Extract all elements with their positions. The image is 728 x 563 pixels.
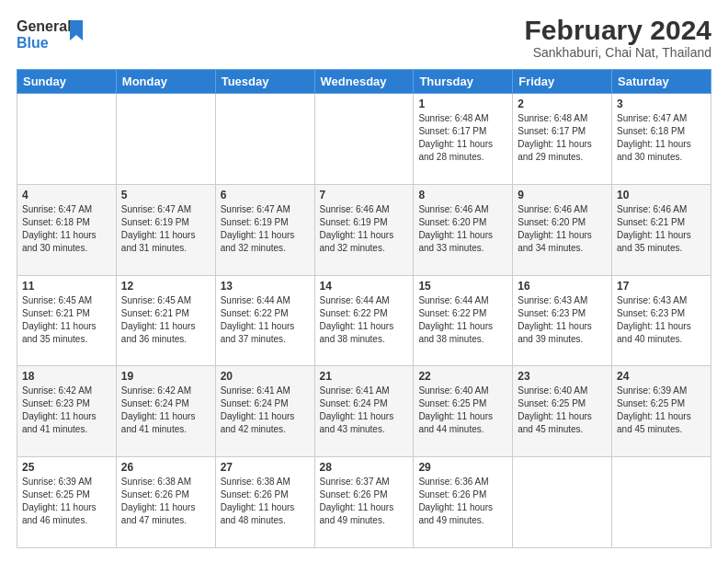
svg-marker-2 bbox=[70, 20, 83, 40]
day-info: Sunrise: 6:48 AM Sunset: 6:17 PM Dayligh… bbox=[418, 112, 507, 164]
logo-svg: General Blue bbox=[17, 15, 90, 55]
table-row: 27Sunrise: 6:38 AM Sunset: 6:26 PM Dayli… bbox=[215, 457, 314, 548]
table-row: 16Sunrise: 6:43 AM Sunset: 6:23 PM Dayli… bbox=[513, 275, 612, 366]
table-row: 29Sunrise: 6:36 AM Sunset: 6:26 PM Dayli… bbox=[414, 457, 513, 548]
table-row: 11Sunrise: 6:45 AM Sunset: 6:21 PM Dayli… bbox=[17, 275, 117, 366]
day-number: 11 bbox=[22, 280, 111, 293]
day-number: 25 bbox=[22, 461, 111, 474]
table-row bbox=[513, 457, 612, 548]
table-row: 18Sunrise: 6:42 AM Sunset: 6:23 PM Dayli… bbox=[17, 366, 117, 457]
table-row: 26Sunrise: 6:38 AM Sunset: 6:26 PM Dayli… bbox=[116, 457, 215, 548]
svg-text:General: General bbox=[17, 18, 72, 34]
calendar-row-2: 11Sunrise: 6:45 AM Sunset: 6:21 PM Dayli… bbox=[17, 275, 711, 366]
day-number: 4 bbox=[22, 189, 111, 201]
page: General Blue February 2024 Sankhaburi, C… bbox=[0, 0, 728, 563]
day-info: Sunrise: 6:47 AM Sunset: 6:19 PM Dayligh… bbox=[121, 203, 210, 255]
day-info: Sunrise: 6:39 AM Sunset: 6:25 PM Dayligh… bbox=[617, 385, 706, 436]
table-row: 3Sunrise: 6:47 AM Sunset: 6:18 PM Daylig… bbox=[612, 94, 711, 185]
header-friday: Friday bbox=[513, 70, 612, 94]
day-info: Sunrise: 6:46 AM Sunset: 6:20 PM Dayligh… bbox=[518, 203, 607, 255]
day-info: Sunrise: 6:46 AM Sunset: 6:20 PM Dayligh… bbox=[418, 203, 507, 255]
table-row bbox=[116, 94, 215, 185]
day-number: 29 bbox=[418, 461, 507, 474]
calendar-row-4: 25Sunrise: 6:39 AM Sunset: 6:25 PM Dayli… bbox=[17, 457, 711, 548]
day-info: Sunrise: 6:46 AM Sunset: 6:19 PM Dayligh… bbox=[320, 203, 409, 255]
table-row: 20Sunrise: 6:41 AM Sunset: 6:24 PM Dayli… bbox=[215, 366, 314, 457]
header-monday: Monday bbox=[116, 70, 215, 94]
day-info: Sunrise: 6:37 AM Sunset: 6:26 PM Dayligh… bbox=[320, 476, 409, 527]
day-number: 20 bbox=[221, 370, 310, 383]
header-wednesday: Wednesday bbox=[314, 70, 414, 94]
month-year-title: February 2024 bbox=[525, 15, 711, 45]
logo: General Blue bbox=[17, 15, 90, 59]
table-row: 12Sunrise: 6:45 AM Sunset: 6:21 PM Dayli… bbox=[116, 275, 215, 366]
day-number: 16 bbox=[518, 280, 607, 293]
table-row: 7Sunrise: 6:46 AM Sunset: 6:19 PM Daylig… bbox=[314, 184, 414, 275]
table-row bbox=[612, 457, 711, 548]
table-row: 2Sunrise: 6:48 AM Sunset: 6:17 PM Daylig… bbox=[513, 94, 612, 185]
day-info: Sunrise: 6:43 AM Sunset: 6:23 PM Dayligh… bbox=[518, 294, 607, 346]
table-row: 25Sunrise: 6:39 AM Sunset: 6:25 PM Dayli… bbox=[17, 457, 117, 548]
day-number: 3 bbox=[617, 98, 706, 110]
day-number: 1 bbox=[418, 98, 507, 110]
day-info: Sunrise: 6:40 AM Sunset: 6:25 PM Dayligh… bbox=[518, 385, 607, 436]
day-number: 8 bbox=[418, 189, 507, 201]
table-row: 28Sunrise: 6:37 AM Sunset: 6:26 PM Dayli… bbox=[314, 457, 414, 548]
day-number: 17 bbox=[617, 280, 706, 293]
day-info: Sunrise: 6:38 AM Sunset: 6:26 PM Dayligh… bbox=[121, 476, 210, 527]
table-row bbox=[215, 94, 314, 185]
day-info: Sunrise: 6:44 AM Sunset: 6:22 PM Dayligh… bbox=[221, 294, 310, 346]
table-row: 19Sunrise: 6:42 AM Sunset: 6:24 PM Dayli… bbox=[116, 366, 215, 457]
day-info: Sunrise: 6:45 AM Sunset: 6:21 PM Dayligh… bbox=[22, 294, 111, 346]
day-info: Sunrise: 6:43 AM Sunset: 6:23 PM Dayligh… bbox=[617, 294, 706, 346]
day-info: Sunrise: 6:42 AM Sunset: 6:23 PM Dayligh… bbox=[22, 385, 111, 436]
day-info: Sunrise: 6:44 AM Sunset: 6:22 PM Dayligh… bbox=[418, 294, 507, 346]
header-thursday: Thursday bbox=[414, 70, 513, 94]
day-number: 23 bbox=[518, 370, 607, 383]
day-number: 28 bbox=[320, 461, 409, 474]
day-number: 13 bbox=[221, 280, 310, 293]
day-number: 10 bbox=[617, 189, 706, 201]
day-number: 12 bbox=[121, 280, 210, 293]
day-info: Sunrise: 6:47 AM Sunset: 6:19 PM Dayligh… bbox=[221, 203, 310, 255]
day-number: 7 bbox=[320, 189, 409, 201]
day-info: Sunrise: 6:41 AM Sunset: 6:24 PM Dayligh… bbox=[320, 385, 409, 436]
calendar-row-1: 4Sunrise: 6:47 AM Sunset: 6:18 PM Daylig… bbox=[17, 184, 711, 275]
day-info: Sunrise: 6:45 AM Sunset: 6:21 PM Dayligh… bbox=[121, 294, 210, 346]
svg-text:Blue: Blue bbox=[17, 35, 49, 51]
table-row: 4Sunrise: 6:47 AM Sunset: 6:18 PM Daylig… bbox=[17, 184, 117, 275]
table-row: 1Sunrise: 6:48 AM Sunset: 6:17 PM Daylig… bbox=[414, 94, 513, 185]
title-area: February 2024 Sankhaburi, Chai Nat, Thai… bbox=[525, 15, 711, 60]
location-subtitle: Sankhaburi, Chai Nat, Thailand bbox=[525, 45, 711, 60]
table-row bbox=[314, 94, 414, 185]
table-row bbox=[17, 94, 117, 185]
day-info: Sunrise: 6:42 AM Sunset: 6:24 PM Dayligh… bbox=[121, 385, 210, 436]
day-number: 26 bbox=[121, 461, 210, 474]
day-info: Sunrise: 6:46 AM Sunset: 6:21 PM Dayligh… bbox=[617, 203, 706, 255]
header-saturday: Saturday bbox=[612, 70, 711, 94]
table-row: 5Sunrise: 6:47 AM Sunset: 6:19 PM Daylig… bbox=[116, 184, 215, 275]
header: General Blue February 2024 Sankhaburi, C… bbox=[17, 15, 711, 60]
table-row: 24Sunrise: 6:39 AM Sunset: 6:25 PM Dayli… bbox=[612, 366, 711, 457]
table-row: 22Sunrise: 6:40 AM Sunset: 6:25 PM Dayli… bbox=[414, 366, 513, 457]
weekday-header-row: Sunday Monday Tuesday Wednesday Thursday… bbox=[17, 70, 711, 94]
day-info: Sunrise: 6:40 AM Sunset: 6:25 PM Dayligh… bbox=[418, 385, 507, 436]
calendar-row-3: 18Sunrise: 6:42 AM Sunset: 6:23 PM Dayli… bbox=[17, 366, 711, 457]
header-tuesday: Tuesday bbox=[215, 70, 314, 94]
day-info: Sunrise: 6:38 AM Sunset: 6:26 PM Dayligh… bbox=[221, 476, 310, 527]
day-number: 5 bbox=[121, 189, 210, 201]
day-number: 2 bbox=[518, 98, 607, 110]
table-row: 17Sunrise: 6:43 AM Sunset: 6:23 PM Dayli… bbox=[612, 275, 711, 366]
day-info: Sunrise: 6:36 AM Sunset: 6:26 PM Dayligh… bbox=[418, 476, 507, 527]
header-sunday: Sunday bbox=[17, 70, 117, 94]
day-number: 9 bbox=[518, 189, 607, 201]
day-info: Sunrise: 6:41 AM Sunset: 6:24 PM Dayligh… bbox=[221, 385, 310, 436]
day-number: 22 bbox=[418, 370, 507, 383]
day-number: 21 bbox=[320, 370, 409, 383]
day-info: Sunrise: 6:47 AM Sunset: 6:18 PM Dayligh… bbox=[617, 112, 706, 164]
day-number: 27 bbox=[221, 461, 310, 474]
table-row: 9Sunrise: 6:46 AM Sunset: 6:20 PM Daylig… bbox=[513, 184, 612, 275]
table-row: 8Sunrise: 6:46 AM Sunset: 6:20 PM Daylig… bbox=[414, 184, 513, 275]
table-row: 15Sunrise: 6:44 AM Sunset: 6:22 PM Dayli… bbox=[414, 275, 513, 366]
day-info: Sunrise: 6:44 AM Sunset: 6:22 PM Dayligh… bbox=[320, 294, 409, 346]
